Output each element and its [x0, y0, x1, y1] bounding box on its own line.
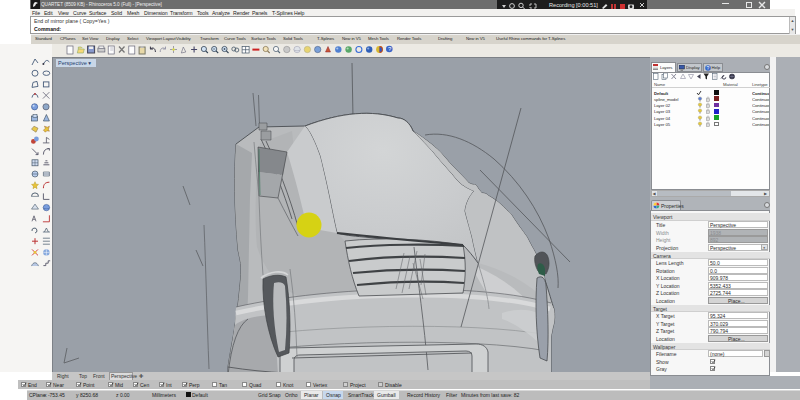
svg-text:?: ? [707, 65, 710, 71]
